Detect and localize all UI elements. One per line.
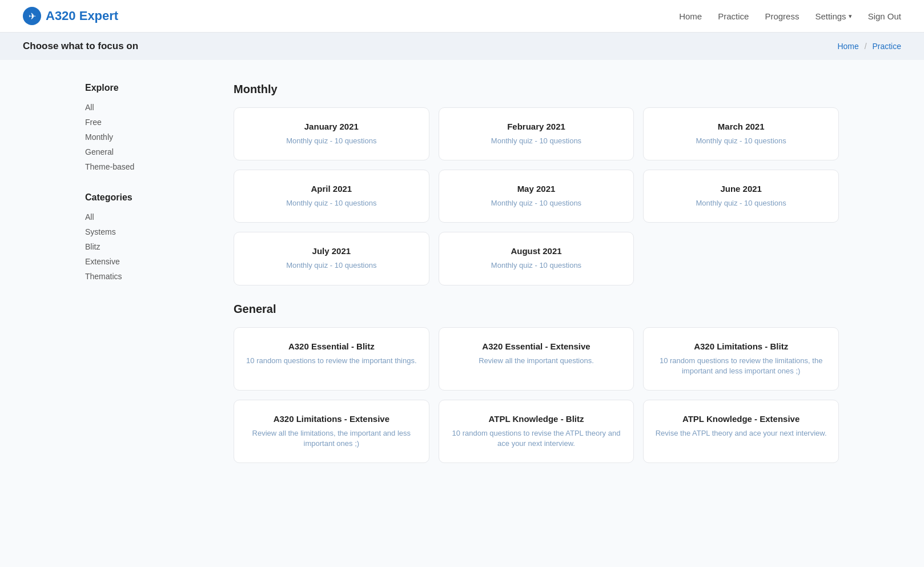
card-august-2021[interactable]: August 2021 Monthly quiz - 10 questions [439,232,634,285]
card-april-2021[interactable]: April 2021 Monthly quiz - 10 questions [234,170,429,223]
sidebar-cat-thematics[interactable]: Thematics [85,269,211,284]
logo-icon: ✈ [23,7,41,25]
nav-signout[interactable]: Sign Out [868,11,901,21]
card-a320-essential-extensive[interactable]: A320 Essential - Extensive Review all th… [439,327,634,391]
sidebar-cat-systems[interactable]: Systems [85,224,211,239]
card-january-2021-title: January 2021 [246,122,417,131]
card-march-2021-title: March 2021 [655,122,827,131]
nav-practice[interactable]: Practice [718,11,749,21]
card-may-2021-title: May 2021 [451,184,622,194]
sidebar-item-free[interactable]: Free [85,115,211,130]
card-a320-limitations-extensive-title: A320 Limitations - Extensive [246,414,417,424]
general-section: General A320 Essential - Blitz 10 random… [234,303,839,464]
monthly-cards-grid: January 2021 Monthly quiz - 10 questions… [234,107,839,285]
monthly-section: Monthly January 2021 Monthly quiz - 10 q… [234,83,839,285]
sidebar-item-general[interactable]: General [85,144,211,159]
card-a320-limitations-blitz[interactable]: A320 Limitations - Blitz 10 random quest… [643,327,839,391]
card-a320-limitations-extensive[interactable]: A320 Limitations - Extensive Review all … [234,400,429,463]
nav-home[interactable]: Home [679,11,702,21]
card-june-2021[interactable]: June 2021 Monthly quiz - 10 questions [643,170,839,223]
card-march-2021-subtitle: Monthly quiz - 10 questions [655,136,827,146]
breadcrumb: Home / Practice [837,42,901,51]
breadcrumb-home[interactable]: Home [837,42,858,51]
sidebar-explore-title: Explore [85,83,211,93]
card-atpl-knowledge-extensive[interactable]: ATPL Knowledge - Extensive Revise the AT… [643,400,839,463]
card-april-2021-subtitle: Monthly quiz - 10 questions [246,198,417,208]
monthly-section-title: Monthly [234,83,839,96]
card-a320-limitations-blitz-title: A320 Limitations - Blitz [655,341,827,351]
sidebar-item-monthly[interactable]: Monthly [85,130,211,144]
sidebar-explore-section: Explore All Free Monthly General Theme-b… [85,83,211,174]
card-february-2021[interactable]: February 2021 Monthly quiz - 10 question… [439,107,634,160]
header: ✈ A320 Expert Home Practice Progress Set… [0,0,924,33]
breadcrumb-separator: / [865,42,867,51]
nav-progress[interactable]: Progress [765,11,799,21]
card-atpl-knowledge-extensive-title: ATPL Knowledge - Extensive [655,414,827,424]
card-august-2021-title: August 2021 [451,246,622,256]
card-january-2021-subtitle: Monthly quiz - 10 questions [246,136,417,146]
nav-settings[interactable]: Settings ▾ [815,11,851,21]
general-cards-grid: A320 Essential - Blitz 10 random questio… [234,327,839,464]
card-july-2021[interactable]: July 2021 Monthly quiz - 10 questions [234,232,429,285]
card-july-2021-subtitle: Monthly quiz - 10 questions [246,260,417,271]
logo-text: A320 Expert [46,9,118,23]
sidebar-item-theme-based[interactable]: Theme-based [85,159,211,174]
chevron-down-icon: ▾ [849,13,852,20]
sidebar-cat-blitz[interactable]: Blitz [85,239,211,254]
logo[interactable]: ✈ A320 Expert [23,7,118,25]
card-june-2021-subtitle: Monthly quiz - 10 questions [655,198,827,208]
card-february-2021-subtitle: Monthly quiz - 10 questions [451,136,622,146]
card-august-2021-subtitle: Monthly quiz - 10 questions [451,260,622,271]
card-may-2021-subtitle: Monthly quiz - 10 questions [451,198,622,208]
general-section-title: General [234,303,839,316]
card-a320-essential-blitz[interactable]: A320 Essential - Blitz 10 random questio… [234,327,429,391]
sidebar-cat-extensive[interactable]: Extensive [85,254,211,269]
top-nav: Home Practice Progress Settings ▾ Sign O… [679,11,901,21]
sidebar-categories-title: Categories [85,192,211,203]
breadcrumb-practice[interactable]: Practice [872,42,901,51]
sidebar: Explore All Free Monthly General Theme-b… [85,83,211,480]
card-a320-essential-blitz-subtitle: 10 random questions to review the import… [246,356,417,366]
card-january-2021[interactable]: January 2021 Monthly quiz - 10 questions [234,107,429,160]
card-may-2021[interactable]: May 2021 Monthly quiz - 10 questions [439,170,634,223]
card-march-2021[interactable]: March 2021 Monthly quiz - 10 questions [643,107,839,160]
card-june-2021-title: June 2021 [655,184,827,194]
card-atpl-knowledge-blitz[interactable]: ATPL Knowledge - Blitz 10 random questio… [439,400,634,463]
card-a320-essential-extensive-subtitle: Review all the important questions. [451,356,622,366]
sidebar-cat-all[interactable]: All [85,210,211,224]
card-a320-limitations-blitz-subtitle: 10 random questions to review the limita… [655,356,827,376]
card-atpl-knowledge-blitz-title: ATPL Knowledge - Blitz [451,414,622,424]
main-layout: Explore All Free Monthly General Theme-b… [62,60,862,503]
sidebar-item-all[interactable]: All [85,100,211,115]
breadcrumb-bar: Choose what to focus on Home / Practice [0,33,924,60]
card-february-2021-title: February 2021 [451,122,622,131]
content-area: Monthly January 2021 Monthly quiz - 10 q… [234,83,839,480]
card-a320-limitations-extensive-subtitle: Review all the limitations, the importan… [246,428,417,449]
card-july-2021-title: July 2021 [246,246,417,256]
card-april-2021-title: April 2021 [246,184,417,194]
page-title: Choose what to focus on [23,41,138,52]
card-a320-essential-blitz-title: A320 Essential - Blitz [246,341,417,351]
card-a320-essential-extensive-title: A320 Essential - Extensive [451,341,622,351]
card-atpl-knowledge-extensive-subtitle: Revise the ATPL theory and ace your next… [655,428,827,439]
card-atpl-knowledge-blitz-subtitle: 10 random questions to revise the ATPL t… [451,428,622,449]
sidebar-categories-section: Categories All Systems Blitz Extensive T… [85,192,211,284]
